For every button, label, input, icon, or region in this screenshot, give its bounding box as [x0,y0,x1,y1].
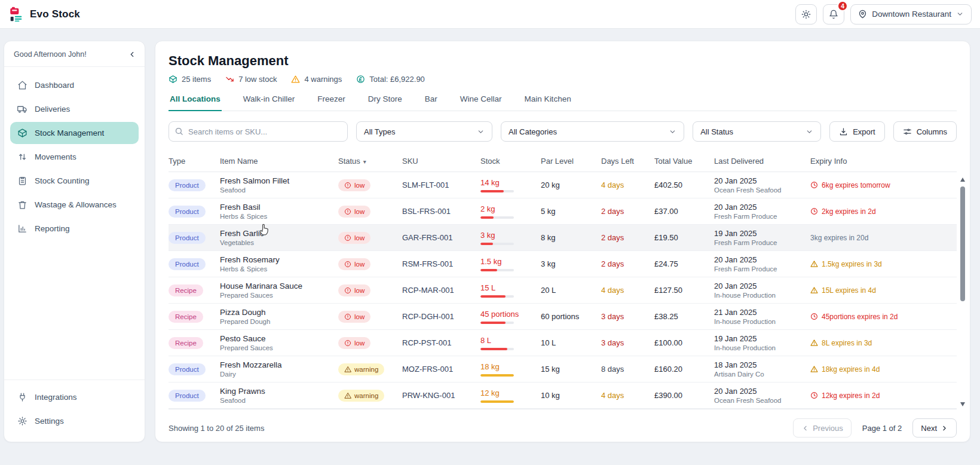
type-badge: Product [169,232,206,244]
item-category: Seafood [220,186,338,194]
location-tab[interactable]: All Locations [169,93,222,111]
stock-bar [480,322,514,324]
item-category: Prepared Dough [220,318,338,325]
previous-page-button[interactable]: Previous [793,418,852,438]
days-left: 4 days [601,391,654,400]
location-tab[interactable]: Dry Store [367,93,403,111]
type-filter-select[interactable]: All Types [356,121,492,142]
table-row[interactable]: Recipe Pizza Dough Prepared Dough low [169,304,957,330]
sku: BSL-FRS-001 [402,207,480,216]
status-filter-select[interactable]: All Status [693,121,821,142]
scrollbar-thumb[interactable] [960,186,965,301]
warning-triangle-icon [810,339,818,347]
table-scrollbar [959,176,966,408]
column-header[interactable]: Item Name [220,157,338,166]
total-value: £24.75 [654,259,714,268]
scroll-down-arrow-icon[interactable] [960,402,965,406]
sidebar-item-stock-counting[interactable]: Stock Counting [10,170,139,192]
sidebar-item-deliveries[interactable]: Deliveries [10,98,139,120]
delivered-date: 20 Jan 2025 [714,387,810,396]
sidebar-item-integrations[interactable]: Integrations [10,386,139,408]
status-badge: low [338,337,370,349]
delivered-date: 20 Jan 2025 [714,203,810,212]
par-level: 5 kg [541,207,601,216]
location-tab[interactable]: Wine Cellar [459,93,503,111]
sidebar-item-dashboard[interactable]: Dashboard [10,74,139,96]
plug-icon [17,392,27,402]
stock-value: 8 L [480,336,541,345]
trash-icon [17,200,27,210]
table-row[interactable]: Product Fresh Salmon Fillet Seafood low [169,172,957,198]
par-level: 3 kg [541,259,601,268]
column-header[interactable]: Total Value [654,157,714,166]
sidebar-collapse-button[interactable] [128,50,136,59]
item-category: Dairy [220,371,338,378]
table-row[interactable]: Product Fresh Basil Herbs & Spices low [169,198,957,225]
location-tab[interactable]: Main Kitchen [523,93,572,111]
stock-value: 3 kg [480,231,541,240]
location-tab[interactable]: Freezer [316,93,347,111]
scroll-up-arrow-icon[interactable] [960,178,965,182]
stat-total-items: 25 items [169,75,211,84]
location-selector[interactable]: Downtown Restaurant [850,4,972,25]
bell-icon [829,10,838,19]
theme-toggle-button[interactable] [795,4,817,25]
page-indicator: Page 1 of 2 [862,424,902,433]
par-level: 20 kg [541,181,601,189]
sun-icon [801,10,811,19]
item-category: Prepared Sauces [220,292,338,299]
pagination: Previous Page 1 of 2 Next [793,418,957,438]
column-header[interactable]: Type [169,157,220,166]
column-header[interactable]: Days Left [601,157,654,166]
app-logo-icon [8,7,24,22]
supplier-name: Fresh Farm Produce [714,239,810,246]
sku: RSM-FRS-001 [402,259,480,268]
table-row[interactable]: Product Fresh Mozzarella Dairy warning [169,356,957,383]
column-header[interactable]: Expiry Info [810,157,957,166]
warning-triangle-icon [810,260,818,268]
column-header[interactable]: SKU [402,157,480,166]
table-row[interactable]: Product Fresh Garlic Vegetables low [169,225,957,251]
sidebar-item-settings[interactable]: Settings [10,410,139,432]
days-left: 2 days [601,259,654,268]
column-header[interactable]: Status [338,157,402,166]
column-header[interactable]: Stock [480,157,541,166]
item-name: Fresh Basil [220,203,338,212]
table-header: Type Item Name Status SKU Stock Par Leve… [169,151,957,172]
item-name: Fresh Garlic [220,229,338,238]
notifications-button[interactable]: 4 [823,4,844,25]
stock-table: Type Item Name Status SKU Stock Par Leve… [169,151,957,409]
sidebar-item-movements[interactable]: Movements [10,146,139,168]
table-row[interactable]: Product King Prawns Seafood warning [169,383,957,409]
alert-circle-icon [344,287,351,294]
table-row[interactable]: Product Fresh Rosemary Herbs & Spices lo… [169,251,957,277]
sku: PRW-KNG-001 [402,391,480,400]
sidebar-item-reporting[interactable]: Reporting [10,218,139,240]
warning-triangle-icon [810,286,818,294]
stock-bar [480,269,514,271]
columns-button[interactable]: Columns [893,121,957,142]
export-button[interactable]: Export [829,121,885,142]
table-row[interactable]: Recipe House Marinara Sauce Prepared Sau… [169,277,957,304]
par-level: 10 L [541,338,601,347]
sidebar-item-stock-management[interactable]: Stock Management [10,122,139,144]
supplier-name: Fresh Farm Produce [714,265,810,273]
search-input[interactable] [169,121,348,142]
expiry-info: 2kg expires in 2d [810,207,957,216]
days-left: 2 days [601,233,654,242]
column-header[interactable]: Par Level [541,157,601,166]
expiry-info: 6kg expires tomorrow [810,181,957,189]
topbar: Evo Stock 4 Downtown Restaurant [0,0,980,29]
category-filter-select[interactable]: All Categories [501,121,684,142]
next-page-button[interactable]: Next [912,418,957,438]
table-row[interactable]: Recipe Pesto Sauce Prepared Sauces low [169,330,957,356]
sidebar-item-wastage-allowances[interactable]: Wastage & Allowances [10,194,139,216]
stock-value: 1.5 kg [480,257,541,266]
column-header[interactable]: Last Delivered [714,157,810,166]
type-badge: Product [169,206,206,218]
total-value: £37.00 [654,207,714,216]
location-label: Downtown Restaurant [872,10,951,19]
location-tab[interactable]: Bar [424,93,439,111]
scrollbar-track[interactable] [959,182,966,402]
location-tab[interactable]: Walk-in Chiller [242,93,296,111]
